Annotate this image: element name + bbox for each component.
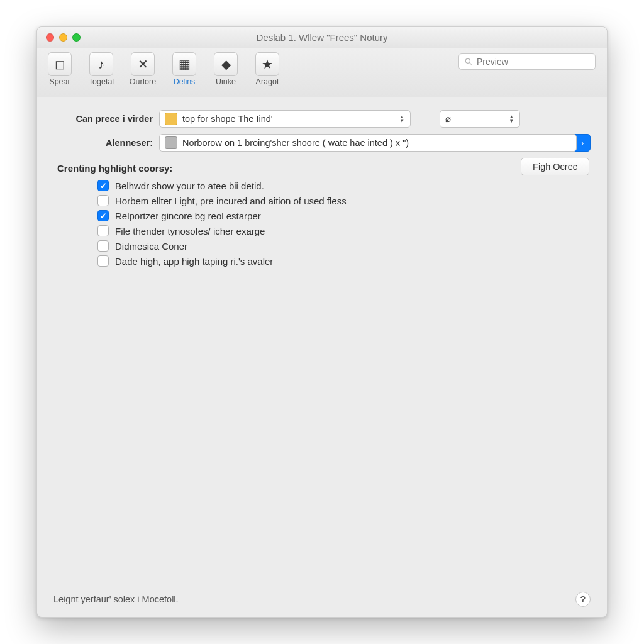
- toolbar-tabs: ◻ Spear♪ Togetal✕ Ourfore▦ Delins◆ Uinke…: [43, 52, 284, 86]
- tab-icon: ▦: [172, 52, 196, 76]
- checkbox-label: Relportzer gincore bg reol estarper: [115, 211, 261, 221]
- tab-icon: ◆: [214, 52, 238, 76]
- tab-label: Togetal: [89, 77, 114, 86]
- tab-label: Spear: [49, 77, 70, 86]
- checkbox[interactable]: [97, 210, 109, 221]
- chevron-updown-icon: [506, 113, 517, 125]
- form-row-2: Alenneser: Norborow on 1 broing'sher sho…: [53, 134, 591, 152]
- section-heading: Crenting hghlight coorsy:: [57, 163, 591, 174]
- footer-text: Leignt yerfaur' solex i Mocefoll.: [53, 594, 179, 604]
- action-button[interactable]: Figh Ocrec: [521, 158, 589, 175]
- check-row-1: Horbem ellter Light, pre incured and ait…: [97, 195, 591, 206]
- action-button-label: Figh Ocrec: [533, 162, 577, 172]
- close-icon[interactable]: [46, 33, 54, 42]
- check-row-4: Didmesica Coner: [97, 240, 591, 252]
- check-row-5: Dade high, app high taping ri.'s avaler: [97, 255, 591, 267]
- check-row-2: Relportzer gincore bg reol estarper: [97, 210, 591, 221]
- checkbox[interactable]: [97, 225, 109, 236]
- checkbox[interactable]: [97, 255, 109, 267]
- popup-2[interactable]: Norborow on 1 broing'sher shoore ( wate …: [159, 134, 577, 152]
- tab-label: Ourfore: [130, 77, 156, 86]
- folder-icon: [165, 113, 177, 125]
- check-row-3: File thender tynosofes/ icher exarge: [97, 225, 591, 236]
- search-input[interactable]: [477, 57, 590, 67]
- tab-icon: ♪: [89, 52, 113, 76]
- tab-icon: ✕: [131, 52, 155, 76]
- stepper-icon: ›: [581, 138, 584, 148]
- tab-aragot[interactable]: ★ Aragot: [251, 52, 284, 86]
- svg-line-1: [470, 63, 472, 65]
- window-controls: [37, 33, 80, 42]
- popup-2-value: Norborow on 1 broing'sher shoore ( wate …: [182, 138, 409, 148]
- tab-icon: ◻: [48, 52, 72, 76]
- checkbox[interactable]: [97, 180, 109, 191]
- chevron-updown-icon: [396, 113, 408, 125]
- search-field[interactable]: [458, 53, 596, 70]
- checkbox-label: Belhwdr show your to atee bii detid.: [115, 180, 264, 191]
- tab-delins[interactable]: ▦ Delins: [168, 52, 201, 86]
- tab-ourfore[interactable]: ✕ Ourfore: [126, 52, 159, 86]
- content-pane: Can prece i virder top for shope The Iin…: [37, 97, 607, 617]
- checkbox-group: Belhwdr show your to atee bii detid. Hor…: [97, 180, 591, 267]
- help-icon: ?: [580, 594, 586, 604]
- footer: Leignt yerfaur' solex i Mocefoll. ?: [53, 592, 591, 607]
- minimize-icon[interactable]: [59, 33, 67, 42]
- popup-secondary[interactable]: ⌀: [440, 110, 520, 128]
- tab-spear[interactable]: ◻ Spear: [43, 52, 76, 86]
- tab-label: Uinke: [216, 77, 236, 86]
- checkbox-label: File thender tynosofes/ icher exarge: [115, 226, 265, 236]
- popup-secondary-value: ⌀: [445, 114, 451, 124]
- tab-icon: ★: [255, 52, 279, 76]
- checkbox[interactable]: [97, 240, 109, 252]
- svg-point-0: [465, 58, 470, 63]
- tab-label: Aragot: [256, 77, 279, 86]
- checkbox-label: Didmesica Coner: [115, 241, 187, 252]
- help-button[interactable]: ?: [575, 592, 591, 607]
- tab-uinke[interactable]: ◆ Uinke: [209, 52, 242, 86]
- form-label-1: Can prece i virder: [53, 114, 159, 124]
- tab-togetal[interactable]: ♪ Togetal: [85, 52, 118, 86]
- checkbox-label: Horbem ellter Light, pre incured and ait…: [115, 196, 347, 206]
- popup-1[interactable]: top for shope The Iind': [159, 110, 411, 128]
- app-icon: [165, 136, 177, 149]
- check-row-0: Belhwdr show your to atee bii detid.: [97, 180, 591, 191]
- toolbar: ◻ Spear♪ Togetal✕ Ourfore▦ Delins◆ Uinke…: [37, 48, 607, 97]
- tab-label: Delins: [174, 77, 196, 86]
- checkbox[interactable]: [97, 195, 109, 206]
- titlebar: Deslab 1. Wllew "Frees" Notury: [37, 27, 607, 48]
- zoom-icon[interactable]: [72, 33, 80, 42]
- preferences-window: Deslab 1. Wllew "Frees" Notury ◻ Spear♪ …: [36, 26, 608, 618]
- form-label-2: Alenneser:: [53, 138, 159, 148]
- search-icon: [464, 57, 473, 66]
- form-row-1: Can prece i virder top for shope The Iin…: [53, 110, 591, 128]
- checkbox-label: Dade high, app high taping ri.'s avaler: [115, 256, 273, 267]
- popup-1-value: top for shope The Iind': [182, 114, 273, 124]
- window-title: Deslab 1. Wllew "Frees" Notury: [37, 32, 607, 43]
